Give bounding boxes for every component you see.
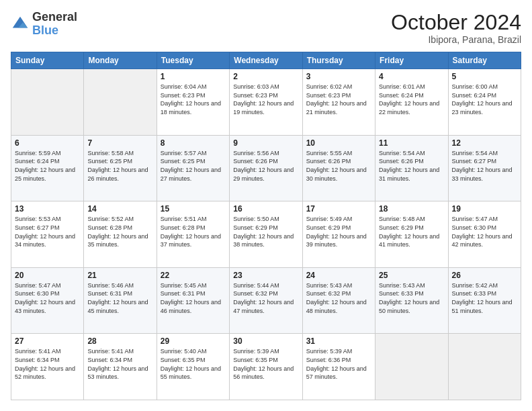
day-number: 11: [379, 138, 444, 148]
calendar-header-row: Sunday Monday Tuesday Wednesday Thursday…: [11, 52, 521, 69]
table-row: [375, 334, 448, 400]
day-number: 31: [306, 336, 371, 346]
day-info: Sunrise: 5:57 AM Sunset: 6:25 PM Dayligh…: [161, 149, 226, 183]
day-number: 12: [452, 138, 517, 148]
day-number: 14: [87, 204, 152, 214]
table-row: 25Sunrise: 5:43 AM Sunset: 6:33 PM Dayli…: [375, 267, 448, 334]
day-number: 25: [379, 271, 444, 280]
day-number: 24: [306, 271, 371, 280]
header: General Blue October 2024 Ibipora, Paran…: [11, 11, 521, 45]
col-saturday: Saturday: [448, 52, 521, 69]
table-row: 20Sunrise: 5:47 AM Sunset: 6:30 PM Dayli…: [11, 267, 84, 334]
table-row: 12Sunrise: 5:54 AM Sunset: 6:27 PM Dayli…: [448, 135, 521, 201]
day-info: Sunrise: 5:58 AM Sunset: 6:25 PM Dayligh…: [87, 149, 152, 183]
table-row: 1Sunrise: 6:04 AM Sunset: 6:23 PM Daylig…: [157, 69, 229, 136]
table-row: 14Sunrise: 5:52 AM Sunset: 6:28 PM Dayli…: [84, 201, 157, 268]
table-row: 2Sunrise: 6:03 AM Sunset: 6:23 PM Daylig…: [230, 69, 302, 136]
day-number: 22: [161, 271, 226, 280]
day-number: 13: [15, 204, 80, 214]
day-number: 7: [87, 138, 152, 148]
day-number: 2: [233, 72, 298, 81]
table-row: [84, 69, 157, 136]
table-row: 26Sunrise: 5:42 AM Sunset: 6:33 PM Dayli…: [448, 267, 521, 334]
table-row: 16Sunrise: 5:50 AM Sunset: 6:29 PM Dayli…: [230, 201, 302, 268]
day-info: Sunrise: 5:47 AM Sunset: 6:30 PM Dayligh…: [452, 215, 517, 248]
day-number: 8: [161, 138, 226, 148]
table-row: 29Sunrise: 5:40 AM Sunset: 6:35 PM Dayli…: [157, 334, 229, 400]
table-row: 23Sunrise: 5:44 AM Sunset: 6:32 PM Dayli…: [230, 267, 302, 334]
day-number: 18: [379, 204, 444, 214]
col-wednesday: Wednesday: [230, 52, 302, 69]
day-number: 19: [452, 204, 517, 214]
col-friday: Friday: [375, 52, 448, 69]
day-info: Sunrise: 6:01 AM Sunset: 6:24 PM Dayligh…: [379, 83, 444, 116]
title-location: Ibipora, Parana, Brazil: [391, 34, 521, 45]
day-info: Sunrise: 5:42 AM Sunset: 6:33 PM Dayligh…: [452, 281, 517, 315]
day-number: 20: [15, 271, 80, 280]
day-info: Sunrise: 6:04 AM Sunset: 6:23 PM Dayligh…: [161, 83, 226, 116]
calendar-week-row: 20Sunrise: 5:47 AM Sunset: 6:30 PM Dayli…: [11, 267, 521, 334]
day-number: 21: [87, 271, 152, 280]
day-number: 15: [161, 204, 226, 214]
day-info: Sunrise: 5:46 AM Sunset: 6:31 PM Dayligh…: [87, 281, 152, 315]
table-row: 3Sunrise: 6:02 AM Sunset: 6:23 PM Daylig…: [302, 69, 375, 136]
table-row: 9Sunrise: 5:56 AM Sunset: 6:26 PM Daylig…: [230, 135, 302, 201]
day-number: 30: [233, 336, 298, 346]
logo-general: General: [32, 10, 77, 24]
day-info: Sunrise: 6:00 AM Sunset: 6:24 PM Dayligh…: [452, 83, 517, 116]
calendar-week-row: 13Sunrise: 5:53 AM Sunset: 6:27 PM Dayli…: [11, 201, 521, 268]
day-number: 27: [15, 336, 80, 346]
table-row: 10Sunrise: 5:55 AM Sunset: 6:26 PM Dayli…: [302, 135, 375, 201]
title-block: October 2024 Ibipora, Parana, Brazil: [391, 11, 521, 45]
day-number: 23: [233, 271, 298, 280]
day-number: 29: [161, 336, 226, 346]
table-row: 5Sunrise: 6:00 AM Sunset: 6:24 PM Daylig…: [448, 69, 521, 136]
day-number: 9: [233, 138, 298, 148]
day-info: Sunrise: 5:54 AM Sunset: 6:27 PM Dayligh…: [452, 149, 517, 183]
table-row: 7Sunrise: 5:58 AM Sunset: 6:25 PM Daylig…: [84, 135, 157, 201]
day-info: Sunrise: 5:43 AM Sunset: 6:33 PM Dayligh…: [379, 281, 444, 315]
col-monday: Monday: [84, 52, 157, 69]
col-tuesday: Tuesday: [157, 52, 229, 69]
col-thursday: Thursday: [302, 52, 375, 69]
day-info: Sunrise: 5:41 AM Sunset: 6:34 PM Dayligh…: [15, 347, 80, 381]
day-info: Sunrise: 6:03 AM Sunset: 6:23 PM Dayligh…: [233, 83, 298, 116]
calendar-table: Sunday Monday Tuesday Wednesday Thursday…: [11, 52, 521, 400]
table-row: 11Sunrise: 5:54 AM Sunset: 6:26 PM Dayli…: [375, 135, 448, 201]
day-number: 6: [15, 138, 80, 148]
day-number: 1: [161, 72, 226, 81]
table-row: 15Sunrise: 5:51 AM Sunset: 6:28 PM Dayli…: [157, 201, 229, 268]
calendar-week-row: 27Sunrise: 5:41 AM Sunset: 6:34 PM Dayli…: [11, 334, 521, 400]
day-number: 28: [87, 336, 152, 346]
day-info: Sunrise: 5:39 AM Sunset: 6:36 PM Dayligh…: [306, 347, 371, 381]
calendar-week-row: 6Sunrise: 5:59 AM Sunset: 6:24 PM Daylig…: [11, 135, 521, 201]
day-info: Sunrise: 5:41 AM Sunset: 6:34 PM Dayligh…: [87, 347, 152, 381]
day-info: Sunrise: 5:43 AM Sunset: 6:32 PM Dayligh…: [306, 281, 371, 315]
table-row: 4Sunrise: 6:01 AM Sunset: 6:24 PM Daylig…: [375, 69, 448, 136]
table-row: 30Sunrise: 5:39 AM Sunset: 6:35 PM Dayli…: [230, 334, 302, 400]
table-row: 24Sunrise: 5:43 AM Sunset: 6:32 PM Dayli…: [302, 267, 375, 334]
table-row: 27Sunrise: 5:41 AM Sunset: 6:34 PM Dayli…: [11, 334, 84, 400]
logo-icon: [11, 15, 30, 34]
table-row: 6Sunrise: 5:59 AM Sunset: 6:24 PM Daylig…: [11, 135, 84, 201]
day-info: Sunrise: 5:40 AM Sunset: 6:35 PM Dayligh…: [161, 347, 226, 381]
day-number: 5: [452, 72, 517, 81]
calendar-week-row: 1Sunrise: 6:04 AM Sunset: 6:23 PM Daylig…: [11, 69, 521, 136]
day-info: Sunrise: 5:49 AM Sunset: 6:29 PM Dayligh…: [306, 215, 371, 248]
day-info: Sunrise: 5:39 AM Sunset: 6:35 PM Dayligh…: [233, 347, 298, 381]
day-number: 17: [306, 204, 371, 214]
table-row: 22Sunrise: 5:45 AM Sunset: 6:31 PM Dayli…: [157, 267, 229, 334]
table-row: 31Sunrise: 5:39 AM Sunset: 6:36 PM Dayli…: [302, 334, 375, 400]
table-row: 17Sunrise: 5:49 AM Sunset: 6:29 PM Dayli…: [302, 201, 375, 268]
day-number: 26: [452, 271, 517, 280]
logo-text: General Blue: [32, 11, 77, 38]
day-info: Sunrise: 5:44 AM Sunset: 6:32 PM Dayligh…: [233, 281, 298, 315]
day-number: 4: [379, 72, 444, 81]
table-row: 8Sunrise: 5:57 AM Sunset: 6:25 PM Daylig…: [157, 135, 229, 201]
table-row: [448, 334, 521, 400]
day-number: 10: [306, 138, 371, 148]
day-info: Sunrise: 5:59 AM Sunset: 6:24 PM Dayligh…: [15, 149, 80, 183]
day-number: 3: [306, 72, 371, 81]
table-row: [11, 69, 84, 136]
day-info: Sunrise: 6:02 AM Sunset: 6:23 PM Dayligh…: [306, 83, 371, 116]
